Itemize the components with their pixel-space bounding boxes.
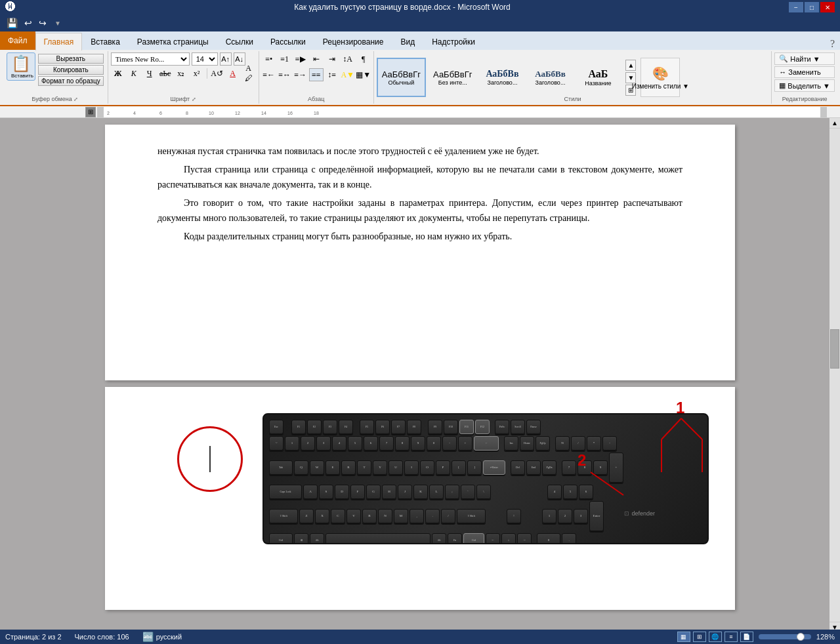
key-num6: 6 bbox=[579, 485, 593, 499]
scroll-up-button[interactable]: ▲ bbox=[830, 118, 840, 129]
ruler-toggle[interactable]: ⊞ bbox=[85, 107, 96, 117]
replace-button[interactable]: ↔ Заменить bbox=[774, 66, 835, 78]
change-styles-button[interactable]: 🎨 Изменить стили ▼ bbox=[640, 58, 680, 97]
keyboard-container: Esc F1 F2 F3 F4 F5 F6 F7 F8 F bbox=[262, 413, 709, 544]
close-button[interactable]: ✕ bbox=[820, 2, 835, 12]
highlight-button[interactable]: A🖊 bbox=[242, 67, 256, 80]
tab-mailings[interactable]: Рассылки bbox=[262, 33, 314, 50]
subscript-button[interactable]: х₂ bbox=[174, 67, 188, 80]
style-normal[interactable]: АаБбВвГг Обычный bbox=[377, 58, 426, 97]
tab-insert[interactable]: Вставка bbox=[82, 33, 129, 50]
key-y: Y bbox=[373, 460, 387, 475]
web-layout-button[interactable]: 🌐 bbox=[709, 632, 722, 642]
underline-button[interactable]: Ч bbox=[142, 67, 157, 80]
zoom-thumb[interactable] bbox=[797, 633, 805, 641]
border-button[interactable]: ▦▼ bbox=[356, 68, 371, 81]
bullets-button[interactable]: ≡• bbox=[262, 52, 276, 66]
shading-button[interactable]: A▼ bbox=[341, 68, 355, 81]
select-button[interactable]: ▦ Выделить ▼ bbox=[774, 79, 835, 92]
italic-button[interactable]: К bbox=[127, 67, 141, 80]
zoom-slider[interactable] bbox=[759, 634, 811, 639]
ruler: ⊞ 2 4 6 8 10 12 14 16 18 bbox=[0, 106, 840, 118]
key-0: 0 bbox=[427, 436, 441, 451]
key-num9: 9 bbox=[593, 460, 608, 475]
font-color-button[interactable]: A bbox=[226, 67, 240, 80]
paragraph-group-label: Абзац bbox=[308, 96, 324, 102]
show-marks-button[interactable]: ¶ bbox=[356, 52, 371, 66]
print-layout-button[interactable]: ▦ bbox=[677, 632, 690, 642]
increase-font-button[interactable]: A↑ bbox=[220, 52, 232, 66]
find-button[interactable]: 🔍 Найти ▼ bbox=[774, 52, 835, 65]
key-7: 7 bbox=[379, 436, 394, 451]
text-cursor bbox=[209, 446, 211, 472]
numbering-button[interactable]: ≡1 bbox=[278, 52, 292, 66]
tab-view[interactable]: Вид bbox=[392, 33, 423, 50]
full-screen-button[interactable]: ⊞ bbox=[693, 632, 706, 642]
strikethrough-button[interactable]: аЬс bbox=[158, 67, 173, 80]
multilevel-list-button[interactable]: ≡▶ bbox=[293, 52, 308, 66]
styles-scroll-down[interactable]: ▼ bbox=[625, 72, 636, 83]
align-left-button[interactable]: ≡← bbox=[262, 68, 276, 81]
style-title[interactable]: АаБ Название bbox=[575, 58, 621, 97]
superscript-button[interactable]: х² bbox=[190, 67, 204, 80]
bold-button[interactable]: Ж bbox=[111, 67, 125, 80]
maximize-button[interactable]: □ bbox=[805, 2, 819, 12]
tab-file[interactable]: Файл bbox=[0, 31, 35, 50]
save-button[interactable]: 💾 bbox=[5, 16, 19, 30]
key-backspace: ← bbox=[474, 436, 499, 451]
keyboard-image: Esc F1 F2 F3 F4 F5 F6 F7 F8 F bbox=[262, 413, 709, 544]
key-nummul: * bbox=[587, 436, 601, 451]
redo-button[interactable]: ↪ bbox=[37, 16, 48, 30]
minimize-button[interactable]: − bbox=[789, 2, 803, 12]
draft-button[interactable]: 📄 bbox=[740, 632, 753, 642]
line-spacing-button[interactable]: ↕≡ bbox=[325, 68, 339, 81]
key-lctrl: Ctrl bbox=[269, 533, 293, 544]
style-heading1[interactable]: АаБбВв Заголово... bbox=[479, 58, 525, 97]
tab-review[interactable]: Рецензирование bbox=[314, 33, 392, 50]
key-5: 5 bbox=[348, 436, 362, 451]
key-ins: Ins bbox=[504, 436, 518, 451]
page-2: Esc F1 F2 F3 F4 F5 F6 F7 F8 F bbox=[105, 387, 735, 610]
svg-text:16: 16 bbox=[287, 111, 293, 115]
align-center-button[interactable]: ≡↔ bbox=[278, 68, 292, 81]
scrollbar-thumb[interactable] bbox=[830, 329, 839, 369]
key-del: Del bbox=[511, 460, 525, 475]
paste-button[interactable]: 📋 Вставить bbox=[7, 52, 35, 81]
styles-group: АаБбВвГг Обычный АаБбВвГг Без инте... Аа… bbox=[374, 51, 772, 104]
key-f9: F9 bbox=[428, 420, 442, 434]
clear-format-button[interactable]: A↺ bbox=[210, 67, 224, 80]
font-name-select[interactable]: Times New Ro... bbox=[111, 52, 190, 66]
key-9: 9 bbox=[411, 436, 425, 451]
tab-page-layout[interactable]: Разметка страницы bbox=[129, 33, 217, 50]
increase-indent-button[interactable]: ⇥ bbox=[325, 52, 339, 66]
key-numdiv: / bbox=[571, 436, 585, 451]
styles-scroll-up[interactable]: ▲ bbox=[625, 60, 636, 71]
format-painter-button[interactable]: Формат по образцу bbox=[38, 76, 104, 86]
key-arrow-down: ↓ bbox=[501, 533, 516, 544]
key-pause: Pause bbox=[526, 420, 541, 434]
undo-button[interactable]: ↩ bbox=[23, 16, 33, 30]
style-no-spacing[interactable]: АаБбВвГг Без инте... bbox=[428, 58, 477, 97]
font-size-select[interactable]: 14 bbox=[192, 52, 218, 66]
vertical-scrollbar[interactable]: ▲ ▼ ⊡ bbox=[830, 118, 840, 644]
decrease-indent-button[interactable]: ⇤ bbox=[309, 52, 324, 66]
key-pgup: PgUp bbox=[536, 436, 550, 451]
cut-button[interactable]: Вырезать bbox=[38, 54, 104, 64]
titlebar-controls[interactable]: − □ ✕ bbox=[789, 2, 835, 12]
key-p: P bbox=[436, 460, 450, 475]
quick-access-toolbar: 💾 ↩ ↪ ▼ bbox=[0, 14, 840, 31]
key-backslash: \ bbox=[476, 485, 491, 499]
titlebar: 🅦 Как удалить пустую страницу в ворде.do… bbox=[0, 0, 840, 14]
copy-button[interactable]: Копировать bbox=[38, 65, 104, 75]
statusbar: Страница: 2 из 2 Число слов: 106 🔤 русск… bbox=[0, 630, 840, 644]
justify-button[interactable]: ≡≡ bbox=[309, 68, 324, 81]
key-num3: 3 bbox=[574, 509, 588, 523]
help-button[interactable]: ? bbox=[830, 38, 835, 50]
outline-button[interactable]: ≡ bbox=[724, 632, 738, 642]
sort-button[interactable]: ↕A bbox=[341, 52, 355, 66]
align-right-button[interactable]: ≡→ bbox=[293, 68, 308, 81]
tab-addins[interactable]: Надстройки bbox=[423, 33, 484, 50]
tab-home[interactable]: Главная bbox=[35, 33, 83, 50]
tab-references[interactable]: Ссылки bbox=[217, 33, 262, 50]
style-heading2[interactable]: АаБбВв Заголово... bbox=[527, 58, 573, 97]
